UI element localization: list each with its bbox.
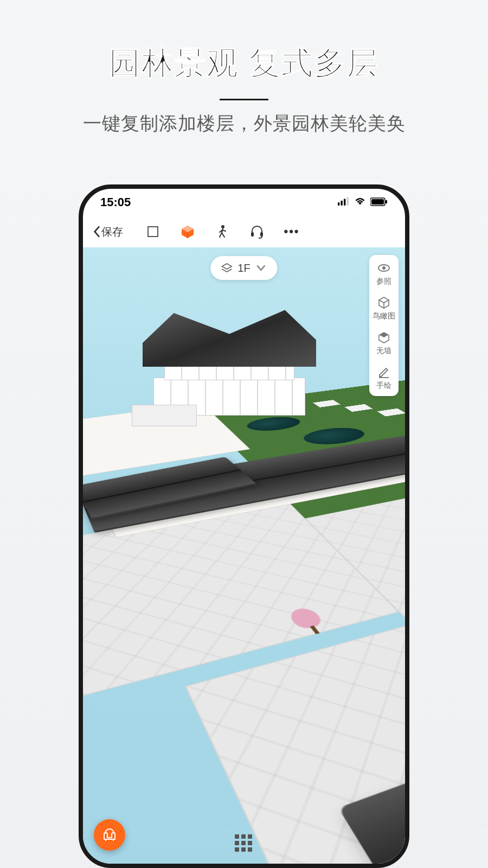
floor-label: 1F xyxy=(237,262,250,275)
status-bar: 15:05 xyxy=(83,189,405,216)
svg-rect-1 xyxy=(341,201,343,206)
back-label: 保存 xyxy=(101,225,123,239)
headset-icon xyxy=(249,224,265,239)
square-icon xyxy=(145,224,160,239)
toolbar-icons: ••• xyxy=(145,224,300,240)
app-toolbar: 保存 ••• xyxy=(83,216,405,247)
svg-rect-5 xyxy=(371,199,384,205)
view-2d-button[interactable] xyxy=(145,224,161,240)
svg-point-12 xyxy=(382,266,386,270)
svg-rect-2 xyxy=(344,199,345,206)
svg-rect-10 xyxy=(260,232,263,237)
floor-selector[interactable]: 1F xyxy=(210,256,277,280)
side-tool-label: 手绘 xyxy=(376,381,391,391)
eye-icon xyxy=(377,261,390,275)
svg-rect-7 xyxy=(148,227,158,237)
side-tool-sketch[interactable]: 手绘 xyxy=(376,366,391,391)
side-tool-label: 无墙 xyxy=(376,346,391,356)
svg-rect-3 xyxy=(347,197,349,205)
promo-subtitle: 一键复制添加楼层，外景园林美轮美奂 xyxy=(0,111,488,136)
promo-divider xyxy=(220,99,268,100)
layers-icon xyxy=(221,263,232,273)
walk-mode-button[interactable] xyxy=(214,224,230,240)
promo-title: 园林景观 复式多层 xyxy=(109,42,379,85)
side-tool-label: 参照 xyxy=(376,277,391,286)
walk-icon xyxy=(215,224,230,239)
grid-menu-button[interactable] xyxy=(235,834,253,853)
side-tool-nowall[interactable]: 无墙 xyxy=(376,331,391,356)
svg-rect-0 xyxy=(338,202,339,206)
cube-icon xyxy=(180,224,195,239)
side-tool-birdview[interactable]: 鸟瞰图 xyxy=(373,296,395,321)
svg-rect-6 xyxy=(386,200,387,203)
view-3d-button[interactable] xyxy=(179,224,196,240)
wifi-icon xyxy=(354,195,366,209)
status-right xyxy=(338,195,388,209)
chevron-down-icon xyxy=(256,263,267,273)
chevron-left-icon xyxy=(93,226,100,238)
pencil-icon xyxy=(377,366,390,379)
nowall-icon xyxy=(377,331,390,344)
signal-icon xyxy=(338,195,350,209)
promo-title-right: 复式多层 xyxy=(249,42,379,85)
cube-wire-icon xyxy=(377,296,390,309)
armchair-icon xyxy=(101,827,118,843)
side-tool-panel: 参照 鸟瞰图 无墙 手绘 xyxy=(369,255,399,396)
promo-header: 园林景观 复式多层 一键复制添加楼层，外景园林美轮美奂 xyxy=(0,0,488,136)
status-time: 15:05 xyxy=(100,195,131,209)
svg-rect-9 xyxy=(251,232,254,237)
scene-3d xyxy=(83,247,405,864)
promo-title-left: 园林景观 xyxy=(109,42,239,85)
side-tool-label: 鸟瞰图 xyxy=(373,311,395,321)
phone-mockup: 15:05 保存 xyxy=(79,184,409,868)
support-button[interactable] xyxy=(249,224,265,240)
design-canvas[interactable]: 1F 参照 鸟瞰图 无墙 手绘 xyxy=(83,247,405,864)
main-house xyxy=(132,296,327,448)
more-button[interactable]: ••• xyxy=(284,224,300,240)
back-save-button[interactable]: 保存 xyxy=(93,225,123,239)
side-tool-reference[interactable]: 参照 xyxy=(376,261,391,286)
battery-icon xyxy=(370,195,388,209)
furniture-fab[interactable] xyxy=(94,819,125,851)
